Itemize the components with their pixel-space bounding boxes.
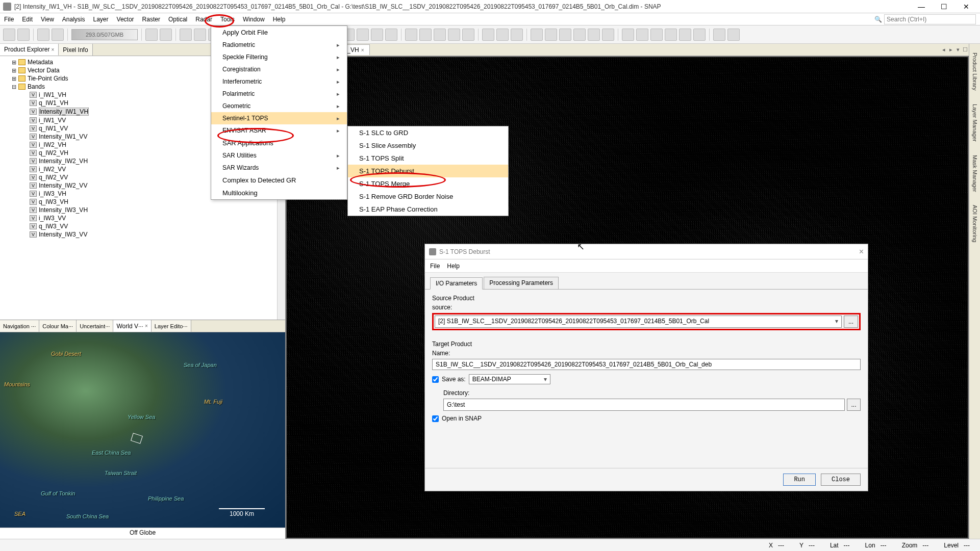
toolbar-button[interactable]	[665, 29, 677, 41]
menu-polarimetric[interactable]: Polarimetric	[211, 88, 347, 100]
menu-sar-utilities[interactable]: SAR Utilities	[211, 149, 347, 162]
menu-tops-deburst[interactable]: S-1 TOPS Deburst	[348, 165, 508, 177]
menu-slice-assembly[interactable]: S-1 Slice Assembly	[348, 139, 508, 152]
memory-indicator[interactable]: 293.0/507GMB	[71, 29, 138, 40]
menu-tops-merge[interactable]: S-1 TOPS Merge	[348, 177, 508, 190]
toolbar-button[interactable]	[160, 29, 172, 41]
menu-file[interactable]: File	[0, 14, 18, 24]
toolbar-button[interactable]	[405, 29, 417, 41]
close-tab-icon[interactable]: ×	[361, 47, 364, 53]
tree-band-item[interactable]: Vi_IW3_VV	[2, 214, 283, 222]
menu-tools[interactable]: Tools	[216, 14, 239, 24]
menu-tops-split[interactable]: S-1 TOPS Split	[348, 152, 508, 165]
toolbar-button[interactable]	[727, 29, 740, 41]
toolbar-button[interactable]	[496, 29, 509, 41]
toolbar-button[interactable]	[511, 29, 523, 41]
tab-colour[interactable]: Colour Ma···	[39, 320, 77, 332]
menu-vector[interactable]: Vector	[113, 14, 138, 24]
tab-uncertainty[interactable]: Uncertaint···	[77, 320, 113, 332]
toolbar-button[interactable]	[448, 29, 460, 41]
menu-radiometric[interactable]: Radiometric	[211, 39, 347, 51]
directory-input[interactable]	[443, 399, 845, 411]
toolbar-button[interactable]	[462, 29, 474, 41]
menu-remove-border-noise[interactable]: S-1 Remove GRD Border Noise	[348, 190, 508, 203]
toolbar-button[interactable]	[194, 29, 206, 41]
toolbar-button[interactable]	[180, 29, 192, 41]
menu-optical[interactable]: Optical	[164, 14, 191, 24]
close-button[interactable]: Close	[821, 474, 861, 486]
menu-edit[interactable]: Edit	[18, 14, 37, 24]
menu-radar[interactable]: Radar	[191, 14, 216, 24]
tab-io-parameters[interactable]: I/O Parameters	[430, 277, 483, 290]
close-window-button[interactable]: ✕	[960, 2, 973, 12]
open-in-snap-checkbox[interactable]	[432, 415, 439, 422]
search-input[interactable]	[884, 14, 976, 24]
menu-speckle[interactable]: Speckle Filtering	[211, 51, 347, 63]
run-button[interactable]: Run	[783, 474, 816, 486]
menu-analysis[interactable]: Analysis	[58, 14, 89, 24]
toolbar-button[interactable]	[636, 29, 648, 41]
toolbar-button[interactable]	[650, 29, 663, 41]
tab-layer-editor[interactable]: Layer Edito···	[152, 320, 191, 332]
tree-band-item[interactable]: VIntensity_IW3_VV	[2, 230, 283, 239]
source-product-combo[interactable]: [2] S1B_IW_SLC__1SDV_20190822T095426_201…	[435, 316, 842, 328]
toolbar-button[interactable]	[385, 29, 397, 41]
toolbar-button[interactable]	[357, 29, 369, 41]
menu-sar-applications[interactable]: SAR Applications	[211, 137, 347, 149]
menu-eap-phase[interactable]: S-1 EAP Phase Correction	[348, 203, 508, 216]
tree-band-item[interactable]: VIntensity_IW3_VH	[2, 206, 283, 214]
tab-processing-parameters[interactable]: Processing Parameters	[484, 277, 559, 289]
tab-world-view[interactable]: World V··· ×	[113, 320, 151, 332]
world-view-map[interactable]: Gobi Desert Mountains Sea of Japan Mt. F…	[0, 332, 285, 528]
toolbar-zoom[interactable]	[559, 29, 571, 41]
dialog-menu-file[interactable]: File	[430, 263, 440, 270]
toolbar-button[interactable]	[482, 29, 494, 41]
toolbar-button[interactable]	[371, 29, 383, 41]
vtab-mask-manager[interactable]: Mask Manager	[970, 151, 979, 196]
tree-vector-data[interactable]: Vector Data	[28, 67, 60, 74]
tree-bands[interactable]: Bands	[28, 83, 45, 90]
tab-maximize[interactable]: ☐	[962, 46, 969, 54]
source-browse-button[interactable]: ...	[844, 316, 858, 328]
target-name-input[interactable]	[432, 359, 861, 370]
menu-geometric[interactable]: Geometric	[211, 100, 347, 112]
toolbar-pan[interactable]	[545, 29, 557, 41]
toolbar-pointer[interactable]	[531, 29, 543, 41]
toolbar-button[interactable]	[679, 29, 691, 41]
tab-pixel-info[interactable]: Pixel Info	[59, 44, 92, 56]
toolbar-button[interactable]	[145, 29, 158, 41]
menu-multilooking[interactable]: Multilooking	[211, 187, 347, 199]
toolbar-button[interactable]	[419, 29, 432, 41]
minimize-button[interactable]: —	[915, 2, 928, 12]
menu-sentinel1-tops[interactable]: Sentinel-1 TOPS	[211, 112, 347, 124]
toolbar-button[interactable]	[17, 29, 30, 41]
save-as-checkbox[interactable]	[432, 376, 439, 383]
toolbar-redo[interactable]	[52, 29, 64, 41]
menu-slc-to-grd[interactable]: S-1 SLC to GRD	[348, 126, 508, 139]
toolbar-undo[interactable]	[37, 29, 49, 41]
directory-browse-button[interactable]: ...	[847, 399, 861, 411]
tab-product-explorer[interactable]: Product Explorer×	[0, 44, 59, 56]
vtab-aoi-monitoring[interactable]: AOI Monitoring	[970, 201, 979, 246]
tab-prev[interactable]: ◂	[940, 46, 947, 54]
vtab-layer-manager[interactable]: Layer Manager	[970, 100, 979, 145]
menu-sar-wizards[interactable]: SAR Wizards	[211, 162, 347, 174]
tree-tiepoint[interactable]: Tie-Point Grids	[28, 75, 68, 82]
dialog-menu-help[interactable]: Help	[447, 263, 460, 270]
menu-complex-detected[interactable]: Complex to Detected GR	[211, 174, 347, 187]
dialog-close-button[interactable]: ×	[859, 247, 864, 256]
menu-interferometric[interactable]: Interferometric	[211, 75, 347, 88]
menu-coregistration[interactable]: Coregistration	[211, 63, 347, 75]
dialog-title-bar[interactable]: S-1 TOPS Deburst ×	[425, 244, 868, 259]
menu-raster[interactable]: Raster	[138, 14, 164, 24]
menu-help[interactable]: Help	[269, 14, 290, 24]
format-select[interactable]: BEAM-DIMAP	[469, 374, 550, 384]
menu-layer[interactable]: Layer	[89, 14, 113, 24]
toolbar-button[interactable]	[602, 29, 614, 41]
vtab-product-library[interactable]: Product Library	[970, 49, 979, 94]
tab-next[interactable]: ▸	[947, 46, 954, 54]
tab-dropdown[interactable]: ▾	[954, 46, 962, 54]
toolbar-button[interactable]	[622, 29, 634, 41]
toolbar-button[interactable]	[434, 29, 446, 41]
tree-band-item[interactable]: Vq_IW3_VV	[2, 222, 283, 230]
